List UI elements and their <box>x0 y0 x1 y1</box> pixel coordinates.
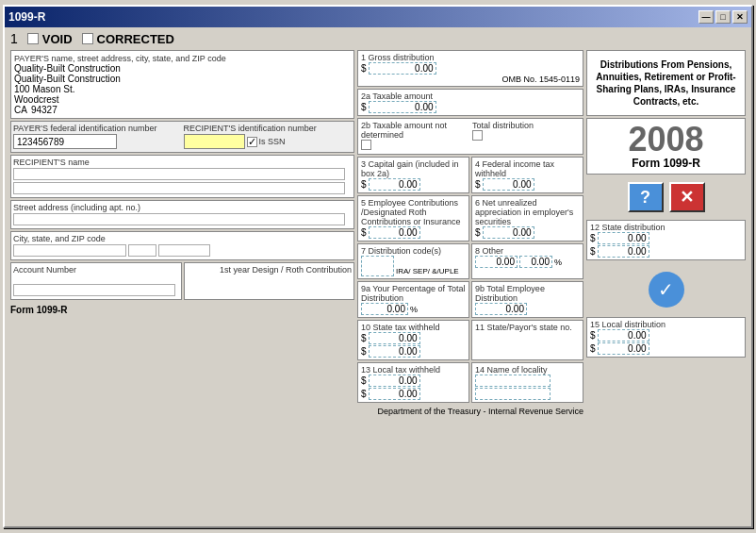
box6-label: 6 Net unrealized appreciation in employe… <box>475 198 580 226</box>
street-section: Street address (including apt. no.) <box>10 200 354 229</box>
state-input[interactable] <box>128 244 156 257</box>
middle-column: 1 Gross distribution $ 0.00 OMB No. 1545… <box>357 50 583 416</box>
form-year: 2008 <box>591 123 741 157</box>
box8-pct-input[interactable] <box>519 256 552 268</box>
total-dist-checkbox[interactable] <box>472 130 483 141</box>
box-13: 13 Local tax withheld $ $ <box>357 362 469 403</box>
box6-input[interactable] <box>483 226 534 239</box>
ok-button[interactable]: ✓ <box>649 272 684 308</box>
title-bar-buttons: — □ ✕ <box>698 10 748 24</box>
payer-city: Woodcrest <box>14 94 351 105</box>
year-box: 2008 Form 1099-R <box>586 118 746 175</box>
action-buttons: ? ✕ <box>586 180 746 214</box>
box9b-input[interactable] <box>475 303 527 315</box>
box13-input1[interactable] <box>369 375 420 387</box>
account-roth-row: Account Number 1st year Design / Roth Co… <box>10 262 354 300</box>
box5-input[interactable] <box>369 226 420 239</box>
box8-label: 8 Other <box>475 246 580 256</box>
box2a-label: 2a Taxable amount <box>361 92 580 101</box>
box1-input[interactable]: 0.00 <box>369 62 436 75</box>
payer-label: PAYER'S name, street address, city, stat… <box>14 54 351 63</box>
box1-label: 1 Gross distribution <box>361 53 580 62</box>
box2b-right: Total distribution <box>472 121 580 152</box>
account-input[interactable] <box>13 284 175 296</box>
corrected-label: CORRECTED <box>97 32 174 46</box>
payer-name2: Quality-Built Construction <box>14 74 351 84</box>
payer-id-block: PAYER'S federal identification number <box>13 124 182 150</box>
box11-label: 11 State/Payor's state no. <box>475 323 580 332</box>
ssn-checkbox[interactable]: ✓ <box>247 137 257 147</box>
right-column: Distributions From Pensions, Annuities, … <box>586 50 746 416</box>
box2a-input[interactable]: 0.00 <box>369 101 436 113</box>
recipient-name-section: RECIPIENT'S name <box>10 155 354 198</box>
close-button[interactable]: ✕ <box>669 182 705 212</box>
box10-input2[interactable] <box>369 345 420 358</box>
void-checkbox[interactable] <box>27 33 39 44</box>
help-button[interactable]: ? <box>628 182 664 212</box>
box15-input1[interactable] <box>598 329 649 341</box>
recipient-id-input[interactable] <box>184 134 245 149</box>
form-name-label: Form 1099-R <box>591 157 741 170</box>
zip-input[interactable] <box>158 244 210 257</box>
box-5-6-row: 5 Employee Contributions /Designated Rot… <box>357 195 583 242</box>
box15-input2[interactable] <box>598 342 649 355</box>
payer-id-label: PAYER'S federal identification number <box>13 124 182 133</box>
street-input[interactable] <box>13 213 345 225</box>
recipient-id-block: RECIPIENT'S identification number ✓ Is S… <box>184 124 353 150</box>
box-10: 10 State tax withheld $ $ <box>357 320 469 360</box>
box7-code-input[interactable] <box>361 256 394 276</box>
box10-input1[interactable] <box>369 332 420 344</box>
omb-label: OMB No. 1545-0119 <box>361 75 580 84</box>
box9a-label: 9a Your Percentage of Total Distribution <box>361 284 466 303</box>
box13-input2[interactable] <box>369 388 420 400</box>
box2b-left: 2b Taxable amount not determined <box>361 121 468 152</box>
box8-input[interactable] <box>475 256 518 268</box>
box13-label: 13 Local tax withheld <box>361 365 466 375</box>
form-description: Distributions From Pensions, Annuities, … <box>591 55 741 111</box>
maximize-button[interactable]: □ <box>715 10 731 24</box>
box-15: 15 Local distribution $ $ <box>586 317 746 358</box>
box4-label: 4 Federal income tax withheld <box>475 159 580 178</box>
box2b-checkbox[interactable] <box>361 140 371 150</box>
box-2b: 2b Taxable amount not determined Total d… <box>357 118 583 155</box>
corrected-checkbox[interactable] <box>82 33 93 44</box>
ok-section: ✓ <box>586 268 746 311</box>
payer-id-input[interactable] <box>13 134 117 149</box>
box14-input1[interactable] <box>475 375 551 387</box>
recipient-name-input2[interactable] <box>13 182 345 194</box>
main-window: 1099-R — □ ✕ 1 VOID CORRECTED <box>3 5 753 528</box>
recipient-name-input[interactable] <box>13 168 345 180</box>
left-column: PAYER'S name, street address, city, stat… <box>10 50 354 416</box>
roth-section: 1st year Design / Roth Contribution <box>184 262 355 300</box>
form-number: 1 <box>10 31 18 46</box>
box12-input1[interactable] <box>598 232 649 244</box>
box-6: 6 Net unrealized appreciation in employe… <box>471 195 583 242</box>
recipient-name-label: RECIPIENT'S name <box>13 158 352 167</box>
box-13-14-row: 13 Local tax withheld $ $ 14 Name of loc… <box>357 362 583 403</box>
void-group: VOID <box>27 32 73 46</box>
box3-input[interactable] <box>369 178 420 191</box>
pct-sign: % <box>554 258 562 267</box>
window-title: 1099-R <box>8 10 45 24</box>
box9a-input[interactable] <box>361 303 408 315</box>
box-9a: 9a Your Percentage of Total Distribution… <box>357 281 469 318</box>
box4-input[interactable] <box>483 178 534 191</box>
recipient-id-label: RECIPIENT'S identification number <box>184 124 353 133</box>
box14-input2[interactable] <box>475 388 551 400</box>
form-content: 1 VOID CORRECTED PAYER'S name, street ad… <box>5 27 751 420</box>
box-9b: 9b Total Employee Distribution <box>471 281 583 318</box>
close-window-button[interactable]: ✕ <box>732 10 748 24</box>
box7-label: 7 Distribution code(s) <box>361 246 466 256</box>
ira-label: IRA/ SEP/ &/UPLE <box>396 268 459 276</box>
account-label: Account Number <box>13 265 179 275</box>
street-label: Street address (including apt. no.) <box>13 203 352 212</box>
minimize-button[interactable]: — <box>698 10 714 24</box>
box-7-8-row: 7 Distribution code(s) IRA/ SEP/ &/UPLE … <box>357 243 583 279</box>
box1-dollar: $ <box>361 63 367 74</box>
box12-input2[interactable] <box>598 245 649 258</box>
box14-label: 14 Name of locality <box>475 365 580 375</box>
is-ssn-label: Is SSN <box>259 137 286 146</box>
city-input[interactable] <box>13 244 126 257</box>
box12-label: 12 State distribution <box>590 223 742 232</box>
box5-label: 5 Employee Contributions /Designated Rot… <box>361 198 466 226</box>
